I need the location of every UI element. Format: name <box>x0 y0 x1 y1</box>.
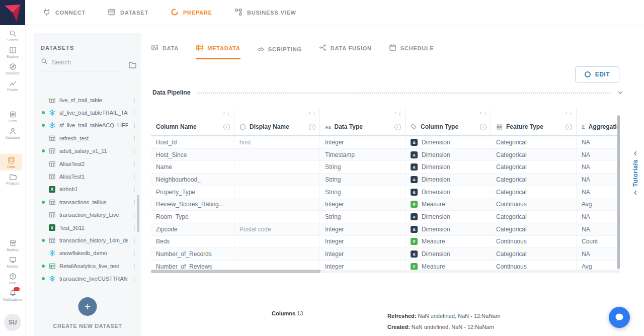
top-nav-item[interactable]: PREPARE <box>171 8 212 17</box>
sort-controls[interactable] <box>151 108 234 118</box>
cell-column-type[interactable]: a Dimension <box>405 211 491 223</box>
top-nav-item[interactable]: DATASET <box>108 8 148 17</box>
kebab-menu-icon[interactable] <box>131 147 136 154</box>
cell-data-type[interactable]: Integer <box>319 136 405 148</box>
cell-aggregation[interactable]: Avg <box>576 261 620 270</box>
tutorials-tab[interactable]: Tutorials <box>632 151 639 195</box>
top-nav-item[interactable]: BUSINESS VIEW <box>234 8 296 17</box>
rail-item[interactable]: Monitor <box>0 254 25 270</box>
kebab-menu-icon[interactable] <box>131 135 136 142</box>
cell-aggregation[interactable]: NA <box>576 149 620 161</box>
dataset-list-item[interactable]: AliasTest1 <box>34 170 141 183</box>
sort-controls[interactable] <box>577 108 620 118</box>
cell-column-type[interactable]: # Measure <box>405 236 491 248</box>
cell-feature-type[interactable]: Categorical <box>491 211 576 223</box>
chevron-down-icon[interactable] <box>617 90 623 96</box>
create-dataset-button[interactable] <box>78 297 97 316</box>
cell-data-type[interactable]: Integer <box>319 236 405 248</box>
cell-data-type[interactable]: Integer <box>319 261 405 270</box>
cell-column-type[interactable]: # Measure <box>405 198 491 210</box>
cell-data-type[interactable]: Integer <box>319 248 405 260</box>
cell-column-name[interactable]: Host_Id <box>151 136 234 148</box>
tab[interactable]: DATA <box>151 44 179 59</box>
rail-item[interactable]: Projects <box>0 171 25 187</box>
cell-feature-type[interactable]: Continuous <box>491 198 576 210</box>
rail-item[interactable]: Discover <box>0 60 25 77</box>
cell-aggregation[interactable]: NA <box>576 248 620 260</box>
rail-item[interactable]: Backup <box>0 237 25 254</box>
cell-column-type[interactable]: a Dimension <box>405 136 491 148</box>
kebab-menu-icon[interactable] <box>131 224 136 231</box>
sort-controls[interactable] <box>406 108 491 118</box>
kebab-menu-icon[interactable] <box>131 160 136 167</box>
cell-display-name[interactable]: Postal code <box>234 223 319 235</box>
cell-aggregation[interactable]: NA <box>576 211 620 223</box>
cell-feature-type[interactable]: Categorical <box>491 248 576 260</box>
edit-button[interactable]: EDIT <box>575 66 619 82</box>
dataset-list-item[interactable]: refresh_test <box>34 132 141 144</box>
cell-column-name[interactable]: Review_Scores_Rating... <box>151 198 234 210</box>
dataset-list-item[interactable]: airbnb1 <box>34 183 141 196</box>
dataset-list-item[interactable]: transactions_tellius <box>34 196 141 208</box>
rail-item[interactable]: Feed <box>0 108 25 125</box>
cell-column-name[interactable]: Number_of_Reviews <box>151 261 234 270</box>
cell-column-name[interactable]: Host_Since <box>151 149 234 161</box>
cell-column-name[interactable]: Property_Type <box>151 186 234 198</box>
user-avatar[interactable]: SU <box>4 314 21 331</box>
sort-desc-icon[interactable] <box>570 111 573 116</box>
kebab-menu-icon[interactable] <box>131 249 136 257</box>
cell-column-type[interactable]: a Dimension <box>405 161 491 173</box>
dataset-list-item[interactable]: transactive_liveCUSTTRANS... <box>34 272 141 284</box>
cell-column-name[interactable]: Zipcode <box>151 223 234 235</box>
cell-column-type[interactable]: a Dimension <box>405 186 491 198</box>
table-horizontal-scrollbar[interactable] <box>151 270 620 273</box>
cell-data-type[interactable]: Timestamp <box>319 149 405 161</box>
cell-column-type[interactable]: a Dimension <box>405 174 491 186</box>
sort-desc-icon[interactable] <box>485 111 487 116</box>
kebab-menu-icon[interactable] <box>131 173 136 180</box>
sidebar-scrollbar[interactable] <box>137 195 139 232</box>
cell-data-type[interactable]: String <box>319 211 405 223</box>
cell-feature-type[interactable]: Categorical <box>491 174 576 186</box>
rail-item[interactable]: Data <box>0 154 22 171</box>
tab[interactable]: SCRIPTING <box>258 46 302 59</box>
top-nav-item[interactable]: CONNECT <box>43 8 86 17</box>
cell-display-name[interactable] <box>234 186 319 198</box>
dataset-list-item[interactable]: sf_live_trail_tableACQ_LIFEC... <box>34 119 141 132</box>
cell-aggregation[interactable]: NA <box>576 186 620 198</box>
cell-feature-type[interactable]: Continuous <box>491 236 576 248</box>
dataset-list-item[interactable]: Test_3011 <box>34 221 141 234</box>
tab[interactable]: DATA FUSION <box>319 44 372 59</box>
cell-display-name[interactable] <box>234 211 319 223</box>
cell-display-name[interactable] <box>234 161 319 173</box>
kebab-menu-icon[interactable] <box>131 186 136 193</box>
kebab-menu-icon[interactable] <box>131 237 136 244</box>
cell-display-name[interactable] <box>234 198 319 210</box>
data-pipeline-section[interactable]: Data Pipeline <box>152 86 626 100</box>
cell-feature-type[interactable]: Categorical <box>491 136 576 148</box>
cell-display-name[interactable] <box>234 248 319 260</box>
kebab-menu-icon[interactable] <box>131 98 136 104</box>
tellius-logo[interactable] <box>0 0 25 25</box>
sort-controls[interactable] <box>320 108 405 118</box>
rail-item[interactable]: Search <box>0 27 25 44</box>
cell-column-type[interactable]: a Dimension <box>405 223 491 235</box>
dataset-list-item[interactable]: live_sf_trail_table <box>34 98 141 106</box>
sort-desc-icon[interactable] <box>399 111 401 116</box>
sort-asc-icon[interactable] <box>308 111 311 116</box>
cell-display-name[interactable] <box>234 236 319 248</box>
dataset-list-item[interactable]: adult_salary_v1_11 <box>34 145 141 157</box>
cell-display-name[interactable] <box>234 261 319 270</box>
cell-feature-type[interactable]: Categorical <box>491 223 576 235</box>
cell-column-type[interactable]: # Measure <box>405 261 491 270</box>
cell-display-name[interactable]: host <box>234 136 319 148</box>
rail-item[interactable]: Predict <box>0 77 25 94</box>
kebab-menu-icon[interactable] <box>131 199 136 206</box>
dataset-list-item[interactable]: transaction_history_Live <box>34 209 141 221</box>
cell-data-type[interactable]: Integer <box>319 198 405 210</box>
folder-icon[interactable] <box>128 61 136 69</box>
cell-data-type[interactable]: Integer <box>319 223 405 235</box>
cell-aggregation[interactable]: NA <box>576 223 620 235</box>
cell-column-name[interactable]: Beds <box>151 236 234 248</box>
cell-display-name[interactable] <box>234 174 319 186</box>
